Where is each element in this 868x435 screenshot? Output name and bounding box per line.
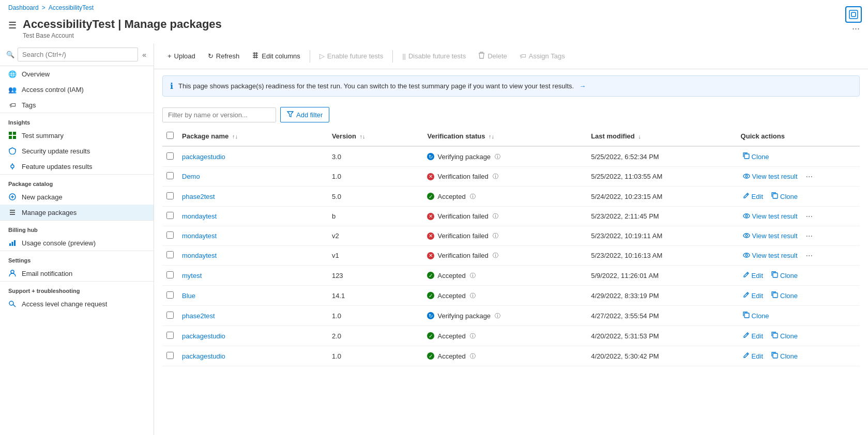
upload-button[interactable]: + Upload xyxy=(162,49,201,63)
package-name-link[interactable]: packagestudio xyxy=(182,332,225,340)
shield-icon xyxy=(8,147,17,155)
package-name-link[interactable]: packagestudio xyxy=(182,153,225,161)
action-copy-button[interactable]: Clone xyxy=(741,151,771,162)
sidebar-item-overview[interactable]: 🌐 Overview xyxy=(0,66,154,82)
action-label: Edit xyxy=(752,352,763,360)
sidebar-item-usage-console[interactable]: Usage console (preview) xyxy=(0,235,154,251)
action-copy-button[interactable]: Clone xyxy=(769,270,800,281)
sidebar-item-manage-packages[interactable]: Manage packages xyxy=(0,205,154,220)
package-name-link[interactable]: Demo xyxy=(182,173,200,180)
action-label: View test result xyxy=(752,232,798,240)
action-copy-button[interactable]: Clone xyxy=(769,191,800,201)
status-info-icon[interactable]: ⓘ xyxy=(493,232,498,240)
sidebar-item-tags[interactable]: 🏷 Tags xyxy=(0,97,154,113)
action-eye-button[interactable]: View test result xyxy=(741,172,800,181)
status-info-icon[interactable]: ⓘ xyxy=(495,312,500,320)
sidebar-item-new-package[interactable]: New package xyxy=(0,189,154,205)
status-icon: ✓ xyxy=(427,193,434,200)
status-info-icon[interactable]: ⓘ xyxy=(470,332,476,340)
delete-button[interactable]: Delete xyxy=(473,49,512,64)
last-modified-value: 4/29/2022, 8:33:19 PM xyxy=(587,286,736,306)
sidebar-item-test-summary[interactable]: Test summary xyxy=(0,128,154,143)
status-info-icon[interactable]: ⓘ xyxy=(493,173,498,180)
row-checkbox-4[interactable] xyxy=(166,231,174,239)
row-checkbox-1[interactable] xyxy=(166,172,174,179)
assign-tags-button[interactable]: 🏷 Assign Tags xyxy=(514,49,570,63)
action-eye-button[interactable]: View test result xyxy=(741,211,800,221)
row-checkbox-0[interactable] xyxy=(166,152,174,160)
package-name-link[interactable]: mondaytest xyxy=(182,252,217,259)
breadcrumb-current[interactable]: AccessibilityTest xyxy=(49,4,94,11)
modified-sort-icon[interactable]: ↓ xyxy=(638,133,641,139)
hamburger-menu[interactable]: ☰ xyxy=(8,18,17,31)
add-filter-button[interactable]: Add filter xyxy=(280,107,329,122)
row-checkbox-9[interactable] xyxy=(166,332,174,339)
enable-future-tests-button[interactable]: ▷ Enable future tests xyxy=(314,49,388,63)
capture-button[interactable] xyxy=(845,6,862,23)
package-name-link[interactable]: mondaytest xyxy=(182,232,217,240)
status-info-icon[interactable]: ⓘ xyxy=(493,212,498,220)
status-text: Verification failed xyxy=(437,252,488,259)
header-last-modified: Last modified ↓ xyxy=(587,127,736,146)
version-sort-icon[interactable]: ↑↓ xyxy=(360,133,366,139)
info-banner-text: This page shows package(s) readiness for… xyxy=(178,82,574,90)
status-info-icon[interactable]: ⓘ xyxy=(470,292,476,300)
package-name-link[interactable]: phase2test xyxy=(182,312,215,320)
sidebar-item-access-control[interactable]: 👥 Access control (IAM) xyxy=(0,82,154,97)
select-all-checkbox[interactable] xyxy=(166,132,174,139)
package-name-link[interactable]: mytest xyxy=(182,272,202,279)
collapse-sidebar-button[interactable]: « xyxy=(141,50,147,60)
header-more-button[interactable]: ··· xyxy=(852,23,860,34)
package-name-sort-icon[interactable]: ↑↓ xyxy=(232,133,238,139)
action-copy-button[interactable]: Clone xyxy=(741,310,771,321)
action-copy-button[interactable]: Clone xyxy=(769,351,800,361)
row-checkbox-8[interactable] xyxy=(166,312,174,319)
status-info-icon[interactable]: ⓘ xyxy=(470,272,476,279)
action-edit-button[interactable]: Edit xyxy=(741,290,765,301)
status-info-icon[interactable]: ⓘ xyxy=(493,252,498,259)
row-checkbox-6[interactable] xyxy=(166,271,174,278)
package-name-link[interactable]: phase2test xyxy=(182,193,215,200)
action-more-button[interactable]: ··· xyxy=(804,172,815,181)
action-copy-button[interactable]: Clone xyxy=(769,331,800,341)
row-checkbox-10[interactable] xyxy=(166,352,174,359)
filter-input[interactable] xyxy=(162,107,276,122)
row-checkbox-2[interactable] xyxy=(166,192,174,199)
refresh-button[interactable]: ↻ Refresh xyxy=(203,49,245,63)
sidebar-item-security-update[interactable]: Security update results xyxy=(0,143,154,159)
breadcrumb-dashboard[interactable]: Dashboard xyxy=(8,4,39,11)
sidebar-item-label: Overview xyxy=(22,70,50,78)
package-name-link[interactable]: Blue xyxy=(182,292,195,300)
action-copy-button[interactable]: Clone xyxy=(769,290,800,301)
status-info-icon[interactable]: ⓘ xyxy=(470,193,476,200)
package-name-link[interactable]: mondaytest xyxy=(182,212,217,220)
row-checkbox-3[interactable] xyxy=(166,212,174,219)
page-title-text: AccessibilityTest | Manage packages xyxy=(23,18,222,31)
status-info-icon[interactable]: ⓘ xyxy=(495,153,500,161)
delete-icon xyxy=(478,52,485,60)
sidebar-item-feature-updates[interactable]: Feature updates results xyxy=(0,159,154,174)
status-sort-icon[interactable]: ↑↓ xyxy=(489,133,494,139)
edit-columns-button[interactable]: Edit columns xyxy=(247,49,305,64)
sidebar-item-email-notification[interactable]: Email notification xyxy=(0,266,154,281)
action-label: Clone xyxy=(780,193,798,200)
sidebar-item-access-level[interactable]: Access level change request xyxy=(0,296,154,312)
disable-future-tests-button[interactable]: || Disable future tests xyxy=(397,49,471,63)
status-info-icon[interactable]: ⓘ xyxy=(470,352,476,360)
action-eye-button[interactable]: View test result xyxy=(741,231,800,241)
action-edit-button[interactable]: Edit xyxy=(741,331,765,341)
row-checkbox-5[interactable] xyxy=(166,251,174,258)
row-checkbox-7[interactable] xyxy=(166,291,174,299)
package-name-link[interactable]: packagestudio xyxy=(182,352,225,360)
action-edit-button[interactable]: Edit xyxy=(741,270,765,281)
sidebar-item-label: Tags xyxy=(22,101,36,109)
info-banner-link[interactable]: → xyxy=(579,82,586,90)
action-more-button[interactable]: ··· xyxy=(804,212,815,221)
action-more-button[interactable]: ··· xyxy=(804,231,815,241)
package-version: 3.0 xyxy=(328,146,423,167)
search-input[interactable] xyxy=(18,48,138,61)
action-eye-button[interactable]: View test result xyxy=(741,251,800,260)
action-edit-button[interactable]: Edit xyxy=(741,351,765,361)
action-more-button[interactable]: ··· xyxy=(804,251,815,260)
action-edit-button[interactable]: Edit xyxy=(741,191,765,201)
